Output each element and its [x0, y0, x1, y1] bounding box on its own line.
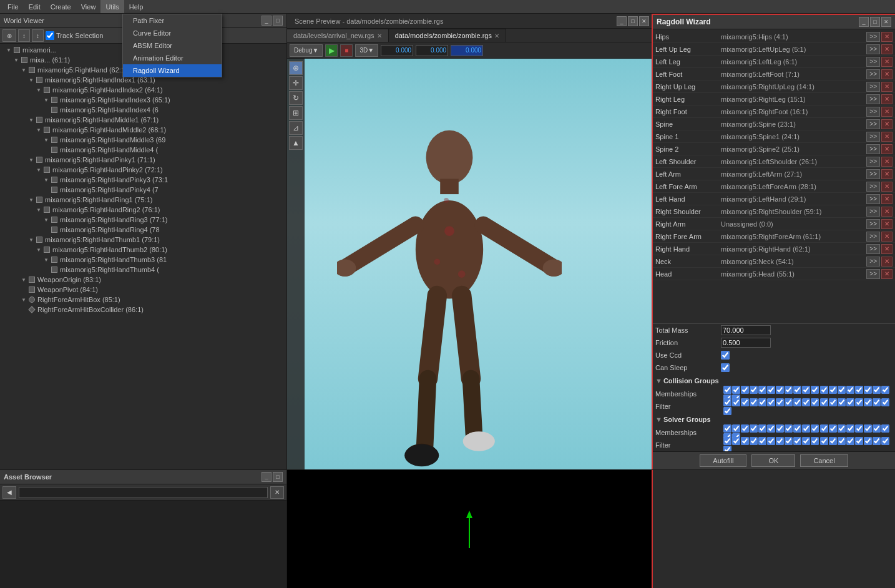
- cb-sf-4[interactable]: [750, 437, 758, 445]
- tree-item-rhindex2[interactable]: ▼ mixamorig5:RightHandIndex2 (64:1): [0, 85, 286, 95]
- x-field[interactable]: [381, 45, 413, 56]
- cb-sf-11[interactable]: [811, 437, 819, 445]
- ragdoll-bone-assign-17[interactable]: >>: [866, 244, 880, 254]
- cb-cf-12[interactable]: [820, 398, 828, 406]
- ragdoll-bone-assign-7[interactable]: >>: [866, 119, 880, 129]
- ragdoll-bone-remove-8[interactable]: ✕: [881, 132, 893, 142]
- ragdoll-bone-remove-1[interactable]: ✕: [881, 44, 893, 54]
- expand-icon[interactable]: ▼: [42, 136, 50, 144]
- dropdown-curve-editor[interactable]: Curve Editor: [123, 27, 222, 39]
- ragdoll-bone-remove-7[interactable]: ✕: [881, 119, 893, 129]
- ragdoll-bone-remove-11[interactable]: ✕: [881, 169, 893, 179]
- expand-icon[interactable]: ▼: [27, 236, 35, 243]
- asset-browser-minimize[interactable]: _: [262, 472, 271, 482]
- ragdoll-bone-assign-15[interactable]: >>: [866, 219, 880, 229]
- ragdoll-bone-assign-18[interactable]: >>: [866, 257, 880, 267]
- expand-icon[interactable]: ▼: [42, 256, 50, 263]
- friction-input[interactable]: [721, 338, 771, 348]
- ok-button[interactable]: OK: [751, 454, 795, 467]
- tool-transform[interactable]: ⊿: [289, 121, 303, 135]
- cb-cf-13[interactable]: [829, 398, 837, 406]
- expand-icon[interactable]: ▼: [35, 206, 42, 213]
- cb-cf-9[interactable]: [793, 398, 801, 406]
- tool-move[interactable]: ✛: [289, 76, 303, 90]
- tree-item-rhmiddle3[interactable]: ▼ mixamorig5:RightHandMiddle3 (69: [0, 135, 286, 145]
- expand-icon[interactable]: ▼: [20, 276, 27, 283]
- expand-icon[interactable]: ▼: [35, 86, 42, 94]
- tree-item-rhthumb1[interactable]: ▼ mixamorig5:RightHandThumb1 (79:1): [0, 235, 286, 245]
- cb-sf-17[interactable]: [864, 437, 872, 445]
- cb-sf-12[interactable]: [820, 437, 828, 445]
- tree-item-rhring4[interactable]: mixamorig5:RightHandRing4 (78: [0, 225, 286, 235]
- asset-back-btn[interactable]: ◀: [2, 486, 16, 499]
- cb-cm-7[interactable]: [776, 386, 784, 394]
- cb-sm-2[interactable]: [732, 424, 740, 433]
- ragdoll-bone-assign-1[interactable]: >>: [866, 44, 880, 54]
- debug-dropdown[interactable]: Debug ▼: [290, 44, 323, 57]
- cb-sf-3[interactable]: [741, 437, 749, 445]
- total-mass-input[interactable]: [721, 325, 771, 335]
- dropdown-path-fixer[interactable]: Path Fixer: [123, 14, 222, 27]
- asset-search-clear[interactable]: ✕: [270, 486, 284, 499]
- cb-cm-17[interactable]: [864, 386, 872, 394]
- cb-cf-8[interactable]: [785, 398, 793, 406]
- tree-item-rhpinky2[interactable]: ▼ mixamorig5:RightHandPinky2 (72:1): [0, 165, 286, 175]
- tree-item-rhmiddle2[interactable]: ▼ mixamorig5:RightHandMiddle2 (68:1): [0, 125, 286, 135]
- ragdoll-bone-remove-17[interactable]: ✕: [881, 244, 893, 254]
- ragdoll-bone-remove-15[interactable]: ✕: [881, 219, 893, 229]
- cb-cf-1[interactable]: [723, 398, 731, 406]
- ragdoll-bone-assign-5[interactable]: >>: [866, 94, 880, 104]
- ragdoll-bone-remove-14[interactable]: ✕: [881, 207, 893, 217]
- cb-cm-1[interactable]: [723, 386, 731, 394]
- menu-create[interactable]: Create: [46, 0, 76, 13]
- expand-icon[interactable]: ▼: [42, 96, 50, 104]
- autofill-button[interactable]: Autofill: [700, 454, 746, 467]
- ragdoll-bone-assign-14[interactable]: >>: [866, 207, 880, 217]
- expand-icon[interactable]: ▼: [35, 166, 42, 174]
- expand-icon[interactable]: ▼: [12, 56, 20, 64]
- tree-item-rhring2[interactable]: ▼ mixamorig5:RightHandRing2 (76:1): [0, 205, 286, 215]
- cb-sf-5[interactable]: [758, 437, 766, 445]
- cb-cm-5[interactable]: [758, 386, 766, 394]
- cb-cf-14[interactable]: [838, 398, 846, 406]
- cb-sm-8[interactable]: [785, 424, 793, 433]
- tool-terrain[interactable]: ▲: [289, 136, 303, 150]
- tree-item-rhthumb2[interactable]: ▼ mixamorig5:RightHandThumb2 (80:1): [0, 245, 286, 255]
- ragdoll-bone-assign-3[interactable]: >>: [866, 69, 880, 79]
- ragdoll-bone-assign-9[interactable]: >>: [866, 144, 880, 154]
- tree-item-rhindex4[interactable]: mixamorig5:RightHandIndex4 (6: [0, 105, 286, 115]
- wb-btn3[interactable]: ↕: [32, 29, 44, 42]
- tree-item-rhthumb4[interactable]: mixamorig5:RightHandThumb4 (: [0, 265, 286, 275]
- menu-view[interactable]: View: [76, 0, 101, 13]
- menu-edit[interactable]: Edit: [24, 0, 46, 13]
- cb-sm-11[interactable]: [811, 424, 819, 433]
- tree-item-rhmiddle1[interactable]: ▼ mixamorig5:RightHandMiddle1 (67:1): [0, 115, 286, 125]
- cb-sm-7[interactable]: [776, 424, 784, 433]
- cb-sm-12[interactable]: [820, 424, 828, 433]
- menu-file[interactable]: File: [2, 0, 24, 13]
- asset-content[interactable]: [0, 501, 286, 588]
- expand-icon[interactable]: ▼: [27, 196, 35, 203]
- cb-cm-11[interactable]: [811, 386, 819, 394]
- cb-cf-4[interactable]: [750, 398, 758, 406]
- ragdoll-bone-remove-13[interactable]: ✕: [881, 194, 893, 204]
- cb-sm-4[interactable]: [750, 424, 758, 433]
- cb-cm-12[interactable]: [820, 386, 828, 394]
- ragdoll-bone-assign-4[interactable]: >>: [866, 82, 880, 92]
- y-field[interactable]: [416, 45, 448, 56]
- tab-arrival-close[interactable]: ✕: [377, 32, 382, 39]
- ragdoll-bone-remove-9[interactable]: ✕: [881, 144, 893, 154]
- cb-sf-13[interactable]: [829, 437, 837, 445]
- ragdoll-bone-remove-19[interactable]: ✕: [881, 269, 893, 279]
- tool-scale[interactable]: ⊞: [289, 106, 303, 120]
- cb-cm-13[interactable]: [829, 386, 837, 394]
- cb-sf-1[interactable]: [723, 437, 731, 445]
- track-selection-checkbox[interactable]: [46, 31, 54, 40]
- 3d-mode-btn[interactable]: 3D ▼: [355, 44, 378, 57]
- ragdoll-bone-remove-5[interactable]: ✕: [881, 94, 893, 104]
- menu-help[interactable]: Help: [124, 0, 149, 13]
- cb-sf-7[interactable]: [776, 437, 784, 445]
- use-ccd-checkbox[interactable]: [721, 351, 730, 360]
- tree-item-rhpinky4[interactable]: mixamorig5:RightHandPinky4 (7: [0, 185, 286, 195]
- scene-viewport[interactable]: ⊕ ✛ ↻ ⊞ ⊿ ▲: [287, 59, 652, 469]
